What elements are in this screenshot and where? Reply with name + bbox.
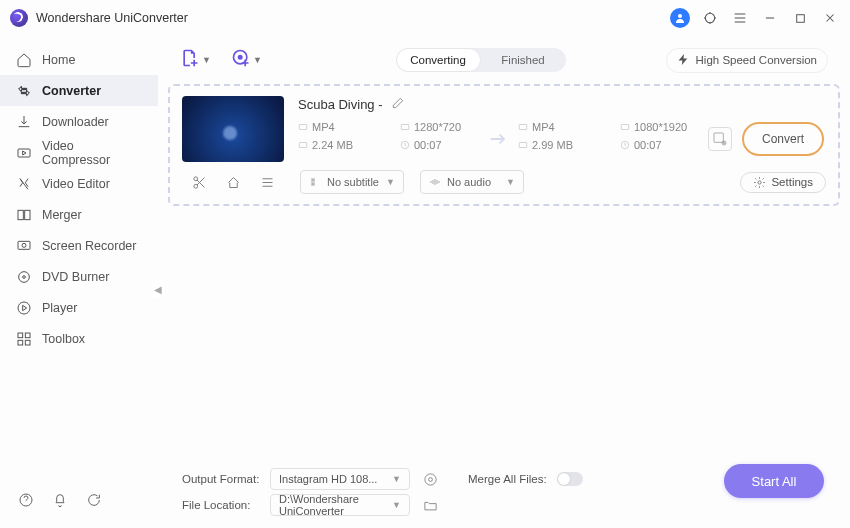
sidebar-item-recorder[interactable]: Screen Recorder — [0, 230, 158, 261]
sidebar-item-home[interactable]: Home — [0, 44, 158, 75]
dst-duration: 00:07 — [634, 139, 698, 151]
trim-icon[interactable] — [190, 173, 208, 191]
sidebar-item-converter[interactable]: Converter — [0, 75, 158, 106]
feedback-icon[interactable] — [86, 492, 102, 508]
svg-rect-18 — [401, 125, 409, 130]
svg-rect-5 — [18, 241, 30, 249]
settings-label: Settings — [771, 176, 813, 188]
src-size: 2.24 MB — [312, 139, 376, 151]
chevron-down-icon: ▼ — [202, 55, 211, 65]
add-file-icon — [180, 48, 200, 72]
file-location-label: File Location: — [182, 499, 260, 511]
chevron-down-icon: ▼ — [506, 177, 515, 187]
sidebar-item-label: Video Compressor — [42, 139, 142, 167]
svg-rect-4 — [25, 210, 30, 219]
tab-group: Converting Finished — [396, 48, 566, 72]
support-icon[interactable] — [700, 8, 720, 28]
settings-button[interactable]: Settings — [740, 172, 826, 193]
output-format-value: Instagram HD 108... — [279, 473, 377, 485]
svg-rect-10 — [18, 333, 23, 338]
sidebar-item-label: Home — [42, 53, 75, 67]
sidebar-item-label: Video Editor — [42, 177, 110, 191]
toolbar: ▼ ▼ Converting Finished High Speed Conve… — [168, 36, 840, 84]
chevron-down-icon: ▼ — [253, 55, 262, 65]
start-all-label: Start All — [752, 474, 797, 489]
output-format-label: Output Format: — [182, 473, 260, 485]
output-settings-icon[interactable] — [420, 469, 440, 489]
bell-icon[interactable] — [52, 492, 68, 508]
start-all-button[interactable]: Start All — [724, 464, 824, 498]
convert-label: Convert — [762, 132, 804, 146]
svg-point-9 — [18, 302, 30, 314]
menu-icon[interactable] — [730, 8, 750, 28]
edit-name-icon[interactable] — [391, 96, 405, 113]
output-format-select[interactable]: Instagram HD 108... ▼ — [270, 468, 410, 490]
svg-point-16 — [238, 56, 241, 59]
sidebar-item-dvd[interactable]: DVD Burner — [0, 261, 158, 292]
tab-converting[interactable]: Converting — [396, 48, 481, 72]
audio-value: No audio — [447, 176, 491, 188]
svg-point-7 — [19, 271, 30, 282]
sidebar-item-label: Screen Recorder — [42, 239, 137, 253]
svg-point-31 — [424, 473, 435, 484]
window-close-icon[interactable] — [820, 8, 840, 28]
merge-toggle[interactable] — [557, 472, 583, 486]
sidebar: Home Converter Downloader Video Compress… — [0, 36, 158, 528]
window-minimize-icon[interactable] — [760, 8, 780, 28]
svg-rect-3 — [18, 210, 23, 219]
chevron-down-icon: ▼ — [392, 500, 401, 510]
high-speed-button[interactable]: High Speed Conversion — [666, 48, 828, 73]
subtitle-select[interactable]: No subtitle ▼ — [300, 170, 404, 194]
svg-point-0 — [705, 13, 714, 22]
src-resolution: 1280*720 — [414, 121, 478, 133]
main-panel: ▼ ▼ Converting Finished High Speed Conve… — [158, 36, 850, 528]
svg-rect-25 — [714, 133, 723, 142]
svg-point-30 — [428, 477, 432, 481]
svg-rect-11 — [25, 333, 30, 338]
dst-resolution: 1080*1920 — [634, 121, 698, 133]
sidebar-item-editor[interactable]: Video Editor — [0, 168, 158, 199]
merge-label: Merge All Files: — [468, 473, 547, 485]
svg-rect-19 — [299, 143, 307, 148]
output-preset-button[interactable] — [708, 127, 732, 151]
add-disc-button[interactable]: ▼ — [231, 48, 262, 72]
account-icon[interactable] — [670, 8, 690, 28]
src-format: MP4 — [312, 121, 376, 133]
svg-rect-17 — [299, 125, 307, 130]
chevron-down-icon: ▼ — [392, 474, 401, 484]
window-maximize-icon[interactable] — [790, 8, 810, 28]
sidebar-item-label: Player — [42, 301, 77, 315]
sidebar-item-compressor[interactable]: Video Compressor — [0, 137, 158, 168]
effects-icon[interactable] — [258, 173, 276, 191]
file-name: Scuba Diving - — [298, 97, 383, 112]
sidebar-item-label: Merger — [42, 208, 82, 222]
video-thumbnail[interactable] — [182, 96, 284, 162]
convert-button[interactable]: Convert — [742, 122, 824, 156]
file-card: Scuba Diving - MP4 1280*720 2.2 — [168, 84, 840, 206]
sidebar-item-label: Converter — [42, 84, 101, 98]
audio-select[interactable]: No audio ▼ — [420, 170, 524, 194]
sidebar-item-player[interactable]: Player — [0, 292, 158, 323]
open-folder-icon[interactable] — [420, 495, 440, 515]
arrow-right-icon — [478, 128, 518, 150]
tab-finished[interactable]: Finished — [481, 48, 566, 72]
sidebar-item-toolbox[interactable]: Toolbox — [0, 323, 158, 354]
dst-size: 2.99 MB — [532, 139, 596, 151]
sidebar-item-merger[interactable]: Merger — [0, 199, 158, 230]
sidebar-collapse-icon[interactable]: ◀ — [152, 280, 164, 298]
svg-rect-21 — [519, 125, 527, 130]
sidebar-item-downloader[interactable]: Downloader — [0, 106, 158, 137]
chevron-down-icon: ▼ — [386, 177, 395, 187]
sidebar-item-label: DVD Burner — [42, 270, 109, 284]
app-logo-icon — [10, 9, 28, 27]
crop-icon[interactable] — [224, 173, 242, 191]
help-icon[interactable] — [18, 492, 34, 508]
svg-rect-12 — [18, 340, 23, 345]
svg-rect-13 — [25, 340, 30, 345]
file-location-select[interactable]: D:\Wondershare UniConverter ▼ — [270, 494, 410, 516]
svg-rect-22 — [621, 125, 629, 130]
svg-point-8 — [23, 275, 26, 278]
add-file-button[interactable]: ▼ — [180, 48, 211, 72]
svg-point-29 — [758, 180, 761, 183]
high-speed-label: High Speed Conversion — [696, 54, 817, 66]
